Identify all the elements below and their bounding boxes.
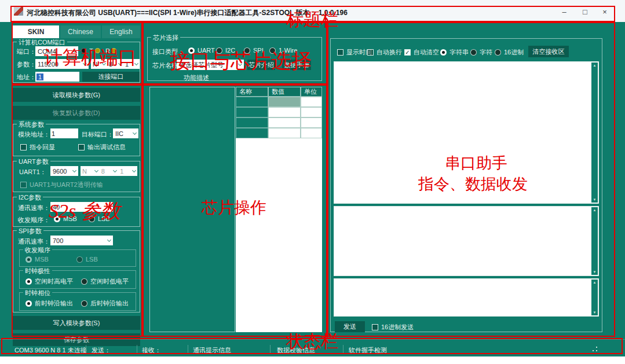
send-input-textarea[interactable]: ▲▼ [334,278,599,317]
tab-chinese[interactable]: Chinese [60,25,101,38]
chip-intro-button[interactable]: 芯片介绍 [247,60,275,70]
scroll-down-icon[interactable]: ▼ [593,311,597,314]
restore-default-params-button[interactable]: 恢复默认参数(D) [13,106,140,120]
read-module-params-button[interactable]: 读取模块参数(G) [13,88,140,102]
system-params-group: 系统参数 模块地址： 1 目标端口： IIC 指令回显 输出调试信息 [13,124,140,156]
baud-select[interactable]: 115200 [35,59,89,69]
target-port-label: 目标端口： [82,130,114,139]
status-bar-divider [0,339,625,340]
i2c-msb-radio[interactable]: MSB [54,215,77,222]
spi-phase-front-radio[interactable]: 前时钟沿输出 [25,299,73,308]
show-time-checkbox[interactable]: 显示时间 [337,48,372,57]
hex-send-checkbox[interactable]: 16进制发送 [372,323,414,332]
col-header-name: 名称 [236,87,268,97]
chip-model-select[interactable]: 请选择芯片型号 [177,60,244,70]
cmd-echo-checkbox[interactable]: 指令回显 [20,143,55,152]
uart-transparent-checkbox[interactable]: UART1与UART2透明传输 [20,181,103,189]
table-row[interactable] [236,117,322,128]
cell-unit [301,107,322,117]
cell-value[interactable] [268,107,301,117]
radio-selected-icon [25,300,32,307]
status-comm-hint: 通讯提示信息 [193,346,231,355]
spi-phase-legend: 时钟相位 [23,289,52,297]
chevron-down-icon [113,168,117,172]
connect-port-button[interactable]: 连接端口 [82,72,140,82]
chevron-down-icon [134,61,138,65]
target-port-select[interactable]: IIC [113,128,138,138]
scroll-up-icon[interactable]: ▲ [593,281,597,284]
debug-output-checkbox[interactable]: 输出调试信息 [78,143,126,152]
spi-pol-low-radio[interactable]: 空闲时低电平 [81,277,129,286]
cell-value[interactable] [268,128,301,138]
spi-lsb-radio[interactable]: LSB [76,256,98,263]
radio-selected-icon [188,47,195,54]
spi-phase-group: 时钟相位 前时钟沿输出 后时钟沿输出 [19,292,136,311]
table-row[interactable] [236,128,322,138]
scroll-up-icon[interactable]: ▲ [593,208,597,212]
chip-select-group: 芯片选择 接口类型： UART I2C SPI 1-Wire 芯片名称： 请选择… [147,37,322,81]
clear-receive-button[interactable]: 清空接收区 [528,46,569,57]
spi-pol-high-radio[interactable]: 空闲时高电平 [25,277,73,286]
write-module-params-button[interactable]: 写入模块参数(S) [13,316,140,330]
tab-english[interactable]: English [102,25,140,38]
minimize-button[interactable]: – [557,6,571,17]
display-hex-radio[interactable]: 16进制 [495,48,524,57]
chip-command-list[interactable] [149,87,235,332]
col-header-unit: 单位 [301,87,322,97]
auto-wrap-checkbox[interactable]: 自动换行 [367,48,402,57]
radio-selected-icon [25,256,32,263]
iface-1wire-radio[interactable]: 1-Wire [269,47,297,54]
function-desc-label: 功能描述 [184,73,209,82]
iface-uart-radio[interactable]: UART [188,47,215,54]
module-address-input[interactable]: 1 [50,128,78,138]
spi-rate-select[interactable]: 700 [50,236,113,245]
cell-value[interactable] [268,117,301,128]
chevron-down-icon [118,61,122,65]
com-port-select[interactable]: COM4 [35,46,78,56]
auto-clear-checkbox[interactable]: ✓自动清空 [404,48,439,57]
chevron-down-icon [72,48,76,52]
uart1-frame-selects[interactable]: N 8 1 [81,166,137,176]
table-row[interactable] [236,97,322,107]
resize-grip-icon[interactable] [592,346,598,352]
display-char-radio[interactable]: 字符 [470,48,492,57]
chip-register-table[interactable]: 名称 数值 单位 [236,87,322,138]
title-bar: 河北稳控科技有限公司 USB(UART)===IIC(SPI 1-Wire)串行… [0,0,625,22]
close-button[interactable]: × [598,6,612,17]
checkbox-icon [20,144,27,150]
spi-order-legend: 收发顺序 [23,246,52,255]
tab-skin[interactable]: SKIN [13,25,59,38]
scroll-down-icon[interactable]: ▼ [593,270,597,274]
table-row[interactable] [236,107,322,117]
scrollbar[interactable]: ▲▼ [591,62,598,203]
send-button[interactable]: 发送 [335,321,365,332]
spi-phase-back-radio[interactable]: 后时钟沿输出 [81,299,129,308]
uart1-baud-select[interactable]: 9600 [50,166,78,176]
send-history-textarea[interactable]: ▲▼ [334,206,599,276]
scrollbar[interactable]: ▲▼ [591,280,598,315]
i2c-rate-select[interactable]: 40 [50,202,113,212]
status-port-info: COM3 9600 N 8 1 未连接 [14,346,87,355]
cell-value[interactable] [268,97,301,107]
tx-indicator [95,48,100,53]
scroll-down-icon[interactable]: ▼ [593,198,597,201]
scrollbar[interactable]: ▲▼ [591,207,598,275]
receive-textarea[interactable]: ▲▼ [334,61,599,204]
maximize-button[interactable]: □ [578,6,592,17]
frame-format-selects[interactable]: N 8 1 [91,59,140,69]
address-input[interactable]: 1 [35,72,79,82]
datasheet-button[interactable]: 数据手册 [282,60,311,70]
app-icon [14,7,23,16]
spi-msb-radio[interactable]: MSB [25,256,49,263]
spi-polarity-group: 时钟极性 空闲时高电平 空闲时低电平 [19,270,136,289]
status-separator [270,345,271,354]
i2c-lsb-radio[interactable]: LSB [89,215,110,222]
status-handshake: 软件握手检测 [349,346,387,355]
scroll-up-icon[interactable]: ▲ [593,64,597,67]
com-port-group: 计算机COM端口 端口： COM4 T R 参数： 115200 N 8 1 地… [13,42,140,83]
save-params-button[interactable]: 保存参数 [13,333,140,346]
display-string-radio[interactable]: 字符串 [440,48,469,57]
iface-i2c-radio[interactable]: I2C [216,47,235,54]
iface-spi-radio[interactable]: SPI [244,47,264,54]
chevron-down-icon [94,168,98,172]
